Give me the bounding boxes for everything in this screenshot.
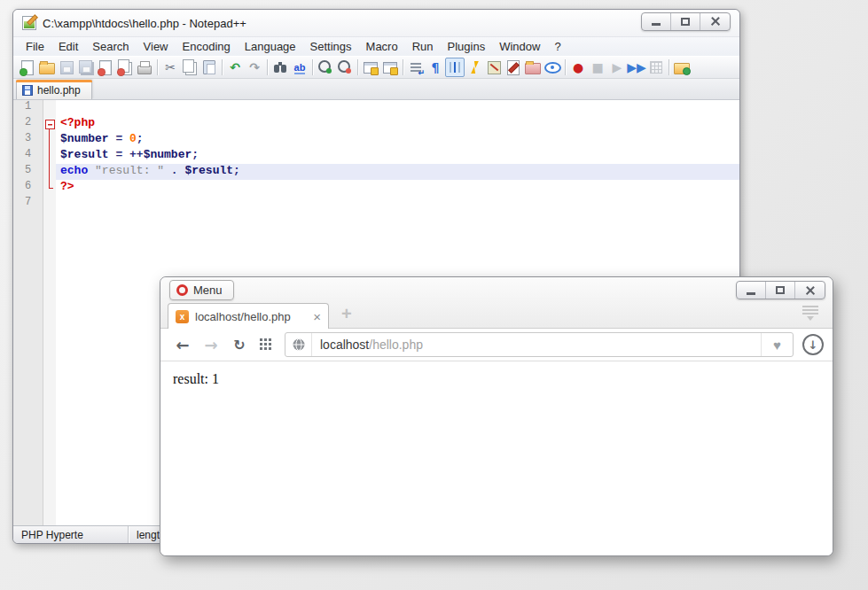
menu-item[interactable]: Window [492,39,547,54]
opera-logo-icon [176,284,188,296]
minimize-button[interactable] [737,282,766,299]
page-output-text: result: 1 [173,371,219,386]
browser-tab-localhost[interactable]: x localhost/hello.php × [168,303,329,329]
code-token: echo [60,164,88,177]
function-list-icon[interactable] [465,58,484,77]
opera-menu-button[interactable]: Menu [169,280,234,300]
undo-icon[interactable]: ↶ [225,58,245,77]
word-wrap-icon[interactable] [406,58,426,77]
maximize-button[interactable] [671,13,700,30]
line-number: 5 [13,164,43,180]
macro-play-icon[interactable]: ▶ [607,58,627,77]
tab-menu-icon[interactable] [802,306,818,321]
fold-margin-cell [43,164,56,180]
redo-icon[interactable]: ↷ [245,58,264,77]
maximize-button[interactable] [766,282,795,299]
toolbar-separator [355,58,361,77]
notepad-titlebar[interactable]: C:\xampp\htdocs\hello.php - Notepad++ [13,10,739,36]
document-map-icon[interactable] [484,58,504,77]
line-number: 3 [13,132,43,148]
site-info-button[interactable] [285,333,312,356]
show-all-characters-icon[interactable]: ¶ [426,58,445,77]
menu-item[interactable]: View [137,39,176,54]
chevron-down-icon [807,316,814,321]
code-token: ; [192,148,199,161]
opera-window-controls [736,281,825,299]
back-button[interactable]: ← [169,336,196,354]
code-token: <?php [60,116,95,129]
menu-item[interactable]: Language [238,39,303,54]
zoom-in-icon[interactable] [316,58,335,77]
bookmark-heart-button[interactable]: ♥ [761,333,793,356]
fold-margin [43,100,56,525]
toolbar-separator [400,58,406,77]
close-button[interactable] [700,13,730,30]
download-arrow-icon: ↓ [809,338,818,352]
fold-margin-cell [43,132,56,148]
toolbar-separator [309,58,316,77]
macro-run-multiple-icon[interactable]: ▶▶ [627,58,646,77]
copy-icon[interactable] [180,58,199,77]
tab-close-icon[interactable]: × [313,310,321,323]
forward-button[interactable]: → [198,336,224,354]
menu-item[interactable]: Search [85,39,136,54]
grid-icon [260,338,272,351]
code-token: ; [233,164,240,177]
print-icon[interactable] [135,58,154,77]
replace-icon[interactable] [290,58,309,77]
save-icon[interactable] [57,58,76,77]
reload-button[interactable]: ↻ [226,337,253,353]
menu-item[interactable]: Plugins [441,39,493,54]
code-token: $result [184,164,233,177]
address-bar[interactable]: localhost/hello.php ♥ [285,332,794,357]
folder-as-workspace-icon[interactable] [523,58,543,77]
toolbar-separator [666,58,672,77]
save-all-icon[interactable] [76,58,96,77]
cut-icon[interactable]: ✂ [160,58,180,77]
menu-item[interactable]: Run [405,39,441,54]
indent-guide-icon[interactable] [445,58,465,77]
saved-file-icon [22,85,33,96]
url-path: /hello.php [369,338,423,352]
minimize-button[interactable] [642,13,671,30]
open-containing-folder-icon[interactable] [672,58,692,77]
close-icon[interactable] [96,58,115,77]
globe-icon [292,338,306,352]
paste-icon[interactable] [199,58,219,77]
minimize-icon [652,23,661,26]
menu-item[interactable]: Settings [303,39,359,54]
macro-save-icon[interactable] [646,58,666,77]
notepad-tabbar: hello.php [13,79,739,100]
open-file-icon[interactable] [37,58,57,77]
document-tab-label: hello.php [37,84,81,97]
code-token: $result [60,148,109,161]
fold-collapse-icon[interactable] [43,116,56,132]
code-line [56,100,739,116]
new-tab-button[interactable]: + [341,304,352,324]
sync-vertical-scroll-icon[interactable] [361,58,380,77]
document-switcher-icon[interactable] [504,58,523,77]
menu-item[interactable]: Edit [51,39,85,54]
opera-menu-label: Menu [193,283,223,297]
xampp-favicon: x [176,310,189,323]
url-host: localhost [320,338,369,352]
new-file-icon[interactable] [18,58,37,77]
close-button[interactable] [795,282,825,299]
speed-dial-button[interactable] [254,338,278,351]
code-token: $number [144,148,192,161]
monitoring-eye-icon[interactable] [543,58,562,77]
macro-stop-icon[interactable]: ■ [588,58,607,77]
menu-item[interactable]: Encoding [176,39,238,54]
document-tab-hello-php[interactable]: hello.php [16,80,92,99]
url-text[interactable]: localhost/hello.php [312,338,761,352]
macro-record-icon[interactable]: ● [568,58,588,77]
close-all-icon[interactable] [115,58,135,77]
menu-item[interactable]: Macro [359,39,405,54]
menu-item[interactable]: File [19,39,51,54]
zoom-out-icon[interactable] [335,58,355,77]
menu-item[interactable]: ? [547,39,567,54]
downloads-button[interactable]: ↓ [802,334,824,355]
sync-horizontal-scroll-icon[interactable] [380,58,400,77]
code-token: = [109,132,129,145]
find-icon[interactable] [270,58,290,77]
